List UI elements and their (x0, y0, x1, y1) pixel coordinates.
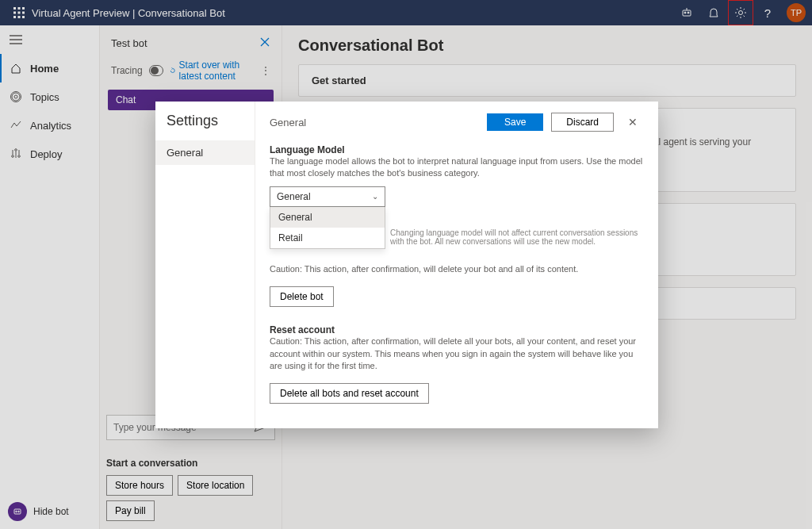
reset-account-button[interactable]: Delete all bots and reset account (270, 383, 429, 404)
language-model-dropdown[interactable]: General ⌄ (270, 186, 385, 207)
chevron-down-icon: ⌄ (372, 192, 378, 201)
reset-account-desc: Caution: This action, after confirmation… (270, 335, 644, 372)
language-model-note: Changing language model will not affect … (390, 228, 644, 246)
dropdown-value: General (277, 191, 311, 202)
reset-account-heading: Reset account (270, 324, 644, 335)
delete-bot-button[interactable]: Delete bot (270, 286, 334, 307)
language-model-desc: The language model allows the bot to int… (270, 155, 644, 180)
modal-title: Settings (155, 113, 255, 140)
save-button[interactable]: Save (487, 113, 543, 131)
modal-breadcrumb: General (270, 117, 479, 128)
modal-close-icon[interactable]: ✕ (622, 116, 644, 128)
dropdown-options-list: General Retail (270, 207, 385, 249)
dropdown-option-general[interactable]: General (270, 207, 385, 228)
dropdown-option-retail[interactable]: Retail (270, 228, 385, 248)
modal-sidebar: Settings General (155, 102, 255, 428)
delete-bot-desc: Caution: This action, after confirmation… (270, 263, 644, 275)
settings-modal: Settings General General Save Discard ✕ … (155, 102, 658, 428)
language-model-heading: Language Model (270, 144, 644, 155)
discard-button[interactable]: Discard (551, 113, 614, 132)
modal-side-general[interactable]: General (155, 140, 255, 165)
